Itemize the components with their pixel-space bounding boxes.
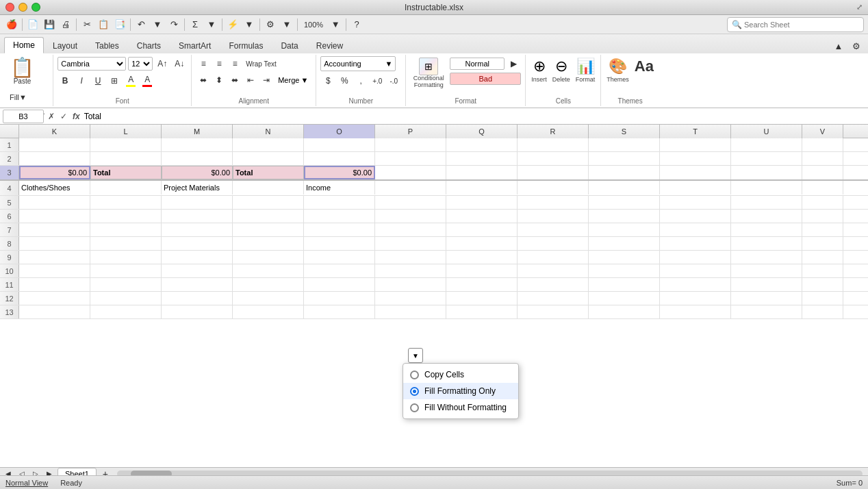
insert-button[interactable]: ⊕ Insert (530, 56, 548, 84)
redo-button[interactable]: ↷ (166, 17, 181, 32)
formula-confirm-icon[interactable]: ✓ (59, 112, 68, 121)
formula-input[interactable] (84, 110, 865, 123)
cell-p3[interactable] (375, 166, 446, 179)
cell-p1[interactable] (375, 138, 446, 152)
cell-r1[interactable] (518, 138, 589, 152)
cell-m4[interactable]: Project Materials (162, 181, 233, 195)
print-button[interactable]: 🖨 (58, 17, 73, 32)
align-top-center[interactable]: ≡ (212, 56, 227, 71)
autosum-button[interactable]: Σ (188, 17, 203, 32)
bold-button[interactable]: B (58, 73, 73, 88)
cell-t3[interactable] (660, 166, 731, 179)
cell-v4[interactable] (802, 181, 843, 195)
col-header-q[interactable]: Q (446, 125, 518, 138)
tab-charts[interactable]: Charts (128, 38, 170, 53)
cell-t1[interactable] (660, 138, 731, 152)
cell-k2[interactable] (19, 152, 90, 166)
cell-l4[interactable] (90, 181, 162, 195)
themes-button[interactable]: 🎨 Themes (605, 56, 630, 84)
cell-q1[interactable] (446, 138, 518, 152)
zoom-dropdown[interactable]: ▼ (328, 17, 343, 32)
formula-cancel-icon[interactable]: ✗ (47, 112, 56, 121)
cell-v2[interactable] (802, 152, 843, 166)
cell-u2[interactable] (731, 152, 802, 166)
cell-l3[interactable]: Total (90, 166, 162, 179)
autosum-dropdown[interactable]: ▼ (204, 17, 219, 32)
cell-u3[interactable] (731, 166, 802, 179)
undo-button[interactable]: ↶ (133, 17, 149, 32)
cell-o2[interactable] (304, 152, 375, 166)
new-file-button[interactable]: 📄 (25, 17, 40, 32)
sort-button[interactable]: ⚡ (225, 17, 240, 32)
cell-o1[interactable] (304, 138, 375, 152)
cell-m2[interactable] (162, 152, 233, 166)
paste-quick-button[interactable]: 📑 (112, 17, 127, 32)
inc-decimal-button[interactable]: +.0 (370, 73, 385, 88)
format-cells-button[interactable]: 📊 Format (574, 56, 597, 84)
italic-button[interactable]: I (74, 73, 89, 88)
fx-icon[interactable]: fx (71, 112, 81, 121)
row-header-11[interactable]: 11 (0, 278, 19, 291)
expand-icon[interactable]: ⤢ (856, 3, 863, 12)
row-header-2[interactable]: 2 (0, 152, 19, 165)
tab-home[interactable]: Home (4, 37, 44, 53)
row-header-13[interactable]: 13 (0, 305, 19, 318)
ribbon-collapse[interactable]: ▲ (831, 38, 846, 53)
number-format-dropdown[interactable]: Accounting ▼ (320, 56, 396, 71)
cell-q3[interactable] (446, 166, 518, 179)
row-header-8[interactable]: 8 (0, 237, 19, 250)
cell-s3[interactable] (589, 166, 660, 179)
help-button[interactable]: ? (349, 17, 364, 32)
cell-p2[interactable] (375, 152, 446, 166)
bad-style[interactable]: Bad (450, 73, 521, 85)
save-button[interactable]: 💾 (42, 17, 57, 32)
copy-cells-option[interactable]: Copy Cells (403, 366, 518, 383)
normal-view-label[interactable]: Normal View (5, 479, 48, 487)
align-top-right[interactable]: ≡ (227, 56, 242, 71)
currency-button[interactable]: $ (320, 73, 335, 88)
normal-style[interactable]: Normal (450, 58, 505, 70)
borders-button[interactable]: ⊞ (107, 73, 122, 88)
cell-k5[interactable] (19, 196, 90, 210)
sort-dropdown[interactable]: ▼ (242, 17, 257, 32)
tab-data[interactable]: Data (272, 38, 307, 53)
cell-v3[interactable] (802, 166, 843, 179)
row-header-3[interactable]: 3 (0, 166, 19, 179)
paste-button[interactable]: 📋 Paste (7, 56, 38, 87)
col-header-s[interactable]: S (589, 125, 660, 138)
delete-button[interactable]: ⊖ Delete (551, 56, 572, 84)
col-header-t[interactable]: T (660, 125, 731, 138)
fill-formatting-only-option[interactable]: Fill Formatting Only (403, 383, 518, 399)
row-header-7[interactable]: 7 (0, 223, 19, 236)
dec-decimal-button[interactable]: -.0 (386, 73, 401, 88)
cell-u4[interactable] (731, 181, 802, 195)
decrease-font-button[interactable]: A↓ (172, 56, 187, 71)
row-header-12[interactable]: 12 (0, 292, 19, 305)
merge-button[interactable]: Merge ▼ (275, 73, 311, 88)
comma-button[interactable]: , (353, 73, 368, 88)
cell-p4[interactable] (375, 181, 446, 195)
cell-k3[interactable]: $0.00 (19, 166, 90, 179)
font-size-select[interactable]: 12 (128, 57, 153, 71)
align-middle-right[interactable]: ⬌ (227, 73, 242, 88)
wrap-text-button[interactable]: Wrap Text (243, 56, 279, 71)
fill-color-button[interactable]: A (123, 73, 138, 88)
tab-smartart[interactable]: SmartArt (170, 38, 220, 53)
tab-tables[interactable]: Tables (86, 38, 128, 53)
cell-s1[interactable] (589, 138, 660, 152)
cell-o4[interactable]: Income (304, 181, 375, 195)
col-header-p[interactable]: P (375, 125, 446, 138)
cut-button[interactable]: ✂ (79, 17, 94, 32)
cell-t2[interactable] (660, 152, 731, 166)
format-expand-button[interactable]: ▶ (506, 56, 521, 71)
row-header-10[interactable]: 10 (0, 264, 19, 277)
cell-n2[interactable] (233, 152, 304, 166)
indent-left[interactable]: ⇤ (243, 73, 258, 88)
undo-dropdown[interactable]: ▼ (150, 17, 165, 32)
tab-review[interactable]: Review (307, 38, 352, 53)
col-header-r[interactable]: R (518, 125, 589, 138)
conditional-formatting-button[interactable]: ⊞ Conditional Formatting (410, 56, 447, 90)
cell-reference[interactable]: B3 (3, 110, 44, 123)
cell-u1[interactable] (731, 138, 802, 152)
cell-s4[interactable] (589, 181, 660, 195)
